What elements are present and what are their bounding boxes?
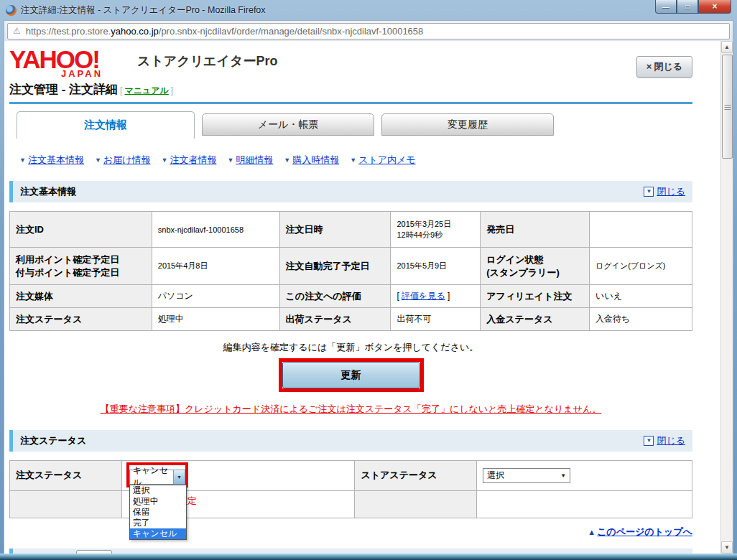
anchor-basic-info-label: 注文基本情報 [28, 154, 84, 167]
anchor-arrow-icon: ▼ [19, 157, 26, 164]
section-order-status-title: 注文ステータス [20, 434, 86, 447]
top-link-row: ▲このページのトップへ [9, 526, 692, 538]
url-prefix: https://test.pro.store. [26, 26, 111, 37]
anchor-orderer-info[interactable]: ▼注文者情報 [161, 154, 216, 167]
dropdown-option[interactable]: 処理中 [130, 496, 186, 507]
section-order-status-close[interactable]: ▼ 閉じる [644, 434, 685, 447]
minimize-button[interactable]: — [655, 0, 677, 14]
view-rating-link[interactable]: 評価を見る [402, 291, 445, 301]
payment-status-value: 入金待ち [590, 308, 692, 331]
order-media-label: 注文媒体 [10, 285, 152, 308]
select-dropdown-arrow-icon[interactable]: ▼ [173, 470, 185, 484]
section-close-label: 閉じる [657, 185, 685, 198]
anchor-arrow-icon: ▼ [350, 157, 356, 164]
dropdown-option[interactable]: 保留 [130, 507, 186, 518]
section-close-label: 閉じる [657, 553, 685, 554]
anchor-arrow-icon: ▼ [161, 157, 167, 164]
store-status-selected-value: 選択 [487, 470, 504, 482]
minimize-icon: — [662, 3, 669, 11]
dropdown-option-selected[interactable]: キャンセル [130, 528, 186, 539]
collapse-box-icon: ▼ [644, 187, 654, 197]
anchor-purchase-info[interactable]: ▼購入時情報 [284, 154, 339, 167]
affiliate-order-value: いいえ [590, 285, 692, 308]
update-button[interactable]: 更新 [282, 362, 420, 388]
dropdown-option[interactable]: 完了 [130, 518, 186, 528]
anchor-arrow-icon: ▼ [284, 157, 290, 164]
url-domain: yahoo.co.jp [111, 26, 159, 37]
login-status-label-line2: (スタンプラリー) [486, 267, 560, 278]
dropdown-option[interactable]: 選択 [130, 485, 186, 496]
use-point-date-label: 利用ポイント確定予定日 [16, 254, 119, 265]
anchor-detail-info-label: 明細情報 [236, 154, 273, 167]
table-row: 注文ステータス キャンセル ▼ 確定 選択 処理中 保留 [10, 461, 692, 491]
url-input[interactable]: ⚠ https://test.pro.store.yahoo.co.jp/pro… [7, 23, 730, 39]
site-identity-warning-icon[interactable]: ⚠ [13, 26, 21, 36]
scrollbar-thumb[interactable] [722, 55, 733, 159]
section-order-status-header: 注文ステータス ▼ 閉じる [9, 430, 692, 452]
store-status-field-label-cont [355, 490, 477, 518]
browser-window: 注文詳細:注文情報 - ストアクリエイターPro - Mozilla Firef… [0, 0, 737, 560]
anchor-store-memo-label: ストア内メモ [358, 154, 416, 167]
close-window-button[interactable]: × [698, 0, 731, 14]
close-icon: × [712, 1, 717, 11]
ship-status-label: 出荷ステータス [279, 308, 391, 331]
section-delivery-close[interactable]: ▼ 閉じる [644, 553, 685, 554]
maximize-button[interactable]: □ [677, 0, 698, 14]
scroll-down-icon: ▼ [724, 544, 730, 551]
anchor-arrow-icon: ▼ [227, 157, 233, 164]
order-status-select[interactable]: キャンセル ▼ [129, 470, 185, 485]
auto-complete-date-value: 2015年5月9日 [391, 248, 481, 285]
app-header: YAHOO! JAPAN ストアクリエイターPro ×閉じる [9, 41, 692, 80]
order-rating-label: この注文への評価 [279, 285, 391, 308]
order-status-field-label: 注文ステータス [10, 461, 122, 491]
anchor-detail-info[interactable]: ▼明細情報 [227, 154, 273, 167]
manual-link[interactable]: マニュアル [124, 85, 168, 97]
close-page-button[interactable]: ×閉じる [636, 56, 692, 78]
store-status-select[interactable]: 選択 ▼ [483, 468, 570, 483]
anchor-basic-info[interactable]: ▼注文基本情報 [19, 154, 84, 167]
tab-mail-invoice[interactable]: メール・帳票 [202, 113, 374, 136]
window-title: 注文詳細:注文情報 - ストアクリエイターPro - Mozilla Firef… [21, 4, 266, 17]
tab-change-history[interactable]: 変更履歴 [381, 113, 554, 136]
product-title: ストアクリエイターPro [137, 47, 277, 70]
scroll-down-button[interactable]: ▼ [721, 541, 733, 554]
close-page-label: 閉じる [654, 61, 682, 72]
page-content: YAHOO! JAPAN ストアクリエイターPro ×閉じる 注文管理 - 注文… [4, 41, 733, 554]
order-time: 12時44分9秒 [397, 230, 442, 239]
tab-bar: 注文情報 メール・帳票 変更履歴 [9, 111, 692, 139]
back-to-top-label: このページのトップへ [597, 526, 692, 537]
anchor-orderer-info-label: 注文者情報 [170, 154, 216, 167]
scrollbar-grip-icon [724, 104, 731, 110]
header-divider [9, 102, 692, 104]
section-basic-info-close[interactable]: ▼ 閉じる [644, 185, 685, 198]
yahoo-japan-logo[interactable]: YAHOO! JAPAN [9, 47, 137, 79]
url-path: /pro.snbx-njcdilavf/order/manage/detail/… [159, 26, 424, 37]
anchor-nav: ▼注文基本情報 ▼お届け情報 ▼注文者情報 ▼明細情報 ▼購入時情報 ▼ストア内… [19, 154, 692, 167]
vertical-scrollbar[interactable]: ▲ ▼ [720, 41, 733, 554]
order-status-table: 注文ステータス キャンセル ▼ 確定 選択 処理中 保留 [9, 460, 692, 518]
scroll-up-button[interactable]: ▲ [721, 41, 733, 53]
edit-delivery-button[interactable]: 編集 [76, 550, 112, 554]
order-date: 2015年3月25日 [397, 220, 451, 228]
store-status-empty-cell [477, 490, 692, 518]
order-status-label: 注文ステータス [10, 308, 152, 331]
anchor-store-memo[interactable]: ▼ストア内メモ [350, 154, 415, 167]
order-status-dropdown-list: 選択 処理中 保留 完了 キャンセル [129, 485, 187, 540]
table-row: 注文媒体 パソコン この注文への評価 [ 評価を見る ] アフィリエイト注文 い… [10, 285, 692, 308]
store-status-field-label: ストアステータス [355, 461, 477, 491]
table-row: 利用ポイント確定予定日付与ポイント確定予定日 2015年4月8日 注文自動完了予… [10, 248, 692, 285]
window-controls: — □ × [655, 0, 731, 14]
bracket-open: [ [120, 85, 122, 95]
back-to-top-link[interactable]: ▲このページのトップへ [588, 526, 692, 537]
maximize-icon: □ [685, 3, 690, 11]
grant-point-date-label: 付与ポイント確定予定日 [16, 267, 119, 278]
firefox-icon [6, 5, 17, 16]
anchor-delivery-info[interactable]: ▼お届け情報 [95, 154, 151, 167]
window-titlebar[interactable]: 注文詳細:注文情報 - ストアクリエイターPro - Mozilla Firef… [0, 0, 737, 20]
login-status-value: ログイン(ブロンズ) [590, 248, 692, 285]
order-rating-value: [ 評価を見る ] [391, 285, 481, 308]
rating-bracket-open: [ [397, 291, 399, 301]
order-status-value: 処理中 [152, 308, 279, 331]
tab-order-info[interactable]: 注文情報 [17, 111, 195, 139]
section-delivery-header: お届け情報 編集 ▼ 閉じる [9, 549, 692, 554]
